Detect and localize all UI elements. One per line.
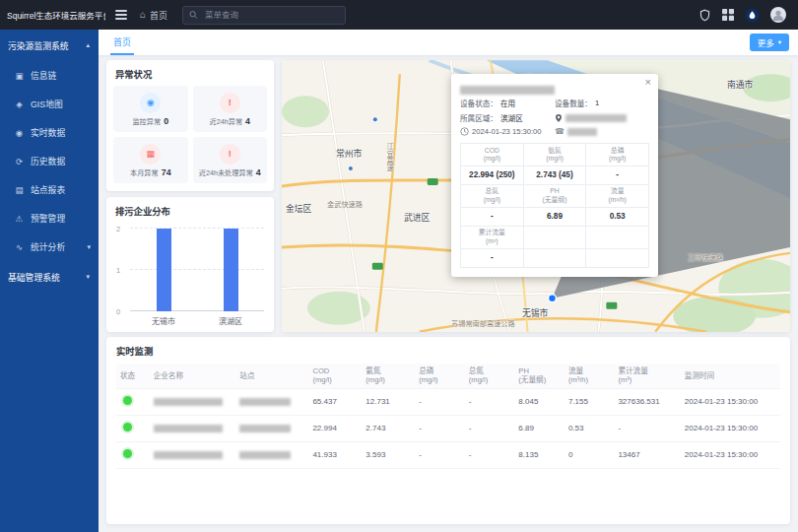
- status-dot-online: [123, 396, 132, 405]
- value-cell: -: [415, 388, 465, 415]
- redacted-address: [565, 114, 627, 122]
- chevron-down-icon: ▾: [86, 273, 90, 281]
- abnormal-card-title: 异常状况: [106, 60, 274, 86]
- home-icon: ⌂: [140, 10, 146, 20]
- chart-bars: [130, 229, 264, 311]
- sidebar-item-alert-management[interactable]: ⚠预警管理: [0, 204, 99, 233]
- breadcrumb[interactable]: ⌂ 首页: [140, 9, 167, 22]
- popup-metric-name: 总氮(mg/l): [461, 184, 524, 207]
- map-panel[interactable]: × 设备状态： 在用 设备数量： 1 所属区域： 滨湖区: [282, 60, 790, 332]
- chart-bar: [224, 229, 238, 311]
- value-cell: 0.53: [565, 415, 615, 441]
- close-icon[interactable]: ×: [645, 76, 651, 88]
- more-button[interactable]: 更多 ▾: [750, 33, 789, 51]
- sidebar-section-label: 污染源监测系统: [8, 39, 69, 52]
- stat-text: 近24h未处理异常4: [199, 167, 261, 177]
- stat-value: 74: [162, 167, 171, 177]
- badge-icon[interactable]: [698, 9, 711, 22]
- phone: ☎: [555, 127, 649, 136]
- metric-unit-text: (mg/l): [524, 155, 586, 163]
- time-cell: 2024-01-23 15:30:00: [681, 415, 780, 441]
- sidebar-item-station-report[interactable]: ▤站点报表: [0, 175, 99, 204]
- station-report-icon: ▤: [14, 185, 25, 195]
- tab-bar: 首页 更多 ▾: [99, 30, 798, 56]
- column-header-status: 状态: [116, 364, 150, 388]
- app-root: Squirrel生态环境云服务平台 ⌂ 首页: [0, 0, 798, 532]
- stats-grid: ◉监控异常0!近24h异常4▦本月异常74!近24h未处理异常4: [106, 86, 274, 183]
- tab-home[interactable]: 首页: [110, 30, 134, 55]
- redacted-station-name: [239, 398, 291, 406]
- user-avatar[interactable]: [770, 7, 786, 23]
- column-label: 监测时间: [685, 371, 776, 380]
- apps-grid-icon[interactable]: [722, 9, 734, 21]
- stat-label: 本月异常: [130, 167, 159, 177]
- metric-unit-text: (无量纲): [524, 196, 586, 204]
- metric-name-text: 流量: [586, 187, 648, 195]
- sidebar-section-pollution-source-monitoring[interactable]: 污染源监测系统▴: [0, 30, 99, 61]
- chart-plot-area: 012: [130, 229, 264, 311]
- column-label: 累计流量: [618, 366, 676, 375]
- stat-recent-24h-unhandled-abnormal: !近24h未处理异常4: [193, 137, 268, 183]
- enterprise-cell: [150, 388, 236, 415]
- monitor-alert-icon: ◉: [140, 93, 161, 113]
- metric-name-text: 总磷: [586, 147, 648, 155]
- column-label: 总磷: [419, 366, 461, 375]
- popup-metrics-table: COD(mg/l)氨氮(mg/l)总磷(mg/l)22.994 (250)2.7…: [460, 143, 649, 268]
- menu-search[interactable]: [182, 6, 346, 25]
- table-row[interactable]: 41.9333.593--8.1350134672024-01-23 15:30…: [116, 441, 780, 468]
- sidebar-item-label: 预警管理: [31, 212, 65, 225]
- table-row[interactable]: 65.43712.731--8.0457.155327636.5312024-0…: [116, 388, 780, 415]
- popup-info: 设备状态： 在用 设备数量： 1 所属区域： 滨湖区: [460, 98, 649, 136]
- water-drop-icon[interactable]: [745, 8, 760, 23]
- topbar: Squirrel生态环境云服务平台 ⌂ 首页: [0, 0, 798, 30]
- gis-map-icon: ◈: [14, 100, 25, 109]
- unhandled-alert-icon: !: [220, 144, 240, 165]
- map-info-popup: × 设备状态： 在用 设备数量： 1 所属区域： 滨湖区: [451, 74, 658, 277]
- popup-empty-cell: [586, 226, 649, 248]
- sidebar-section-basic-management[interactable]: 基础管理系统▾: [0, 261, 99, 293]
- value-cell: -: [465, 415, 515, 441]
- column-header-enterprise: 企业名称: [150, 364, 236, 388]
- device-status: 设备状态： 在用: [460, 98, 555, 108]
- site-marker[interactable]: [548, 295, 556, 302]
- chevron-up-icon: ▴: [86, 41, 90, 49]
- time-cell: 2024-01-23 15:30:00: [681, 441, 780, 468]
- value-cell: -: [465, 441, 515, 468]
- sidebar-item-info-chain[interactable]: ▣信息链: [0, 61, 99, 90]
- status-dot-online: [123, 449, 132, 458]
- metric-unit-text: (m³): [461, 237, 523, 245]
- popup-metric-value: -: [461, 207, 524, 226]
- popup-empty-cell: [523, 226, 586, 248]
- sidebar-item-label: GIS地图: [31, 98, 63, 110]
- column-header-tn: 总氮(mg/l): [465, 364, 515, 388]
- popup-empty-cell: [523, 248, 586, 267]
- info-chain-icon: ▣: [14, 71, 25, 81]
- sidebar-item-history-data[interactable]: ⟳历史数据: [0, 147, 99, 175]
- stat-value: 0: [164, 116, 168, 126]
- enterprise-distribution-card: 排污企业分布 012 无锡市滨湖区: [106, 197, 274, 332]
- hamburger-menu-icon[interactable]: [115, 8, 127, 22]
- table-row[interactable]: 22.9942.743--6.890.53-2024-01-23 15:30:0…: [116, 415, 780, 441]
- column-header-ph: PH(无量纲): [514, 364, 565, 388]
- map-label-road: 金武快速路: [327, 199, 363, 209]
- station-cell: [235, 415, 308, 441]
- sidebar-item-statistics-analysis[interactable]: ∿统计分析▾: [0, 233, 99, 261]
- value-cell: 3.593: [362, 441, 415, 468]
- column-header-flow: 流量(m³/h): [565, 364, 615, 388]
- sidebar-item-realtime-data[interactable]: ◉实时数据: [0, 118, 99, 147]
- sidebar-section-label: 基础管理系统: [8, 271, 60, 284]
- search-input[interactable]: [203, 9, 339, 21]
- popup-metric-value: 6.89: [523, 207, 586, 226]
- stat-value: 4: [245, 116, 250, 126]
- sidebar-item-label: 历史数据: [31, 155, 65, 167]
- stat-value: 4: [256, 167, 261, 177]
- column-unit: (无量纲): [518, 375, 561, 384]
- column-unit: (m³): [618, 375, 676, 384]
- metric-name-text: PH: [524, 187, 586, 195]
- stat-text: 本月异常74: [130, 167, 171, 177]
- alert-management-icon: ⚠: [14, 214, 25, 224]
- redacted-company-name: [460, 86, 555, 95]
- popup-empty-cell: [586, 248, 649, 267]
- redacted-station-name: [239, 425, 291, 432]
- sidebar-item-gis-map[interactable]: ◈GIS地图: [0, 90, 99, 118]
